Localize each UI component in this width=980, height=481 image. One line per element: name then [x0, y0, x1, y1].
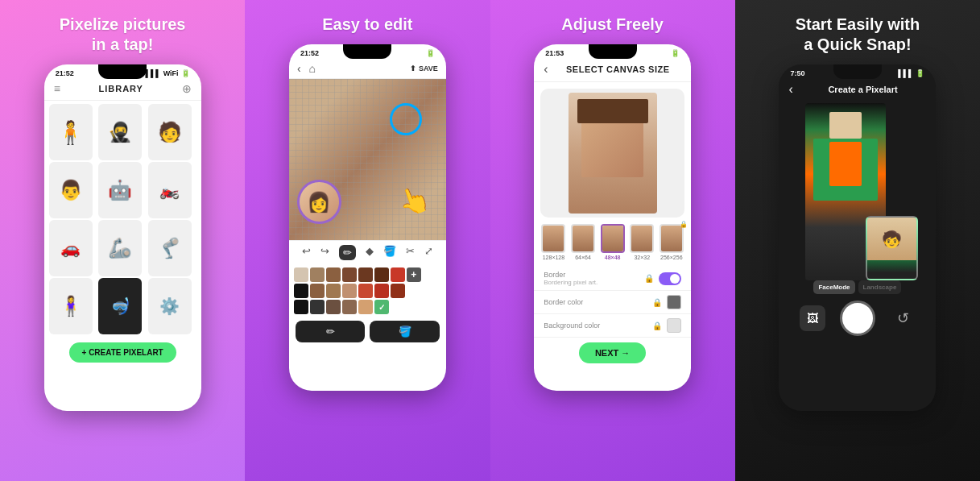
character-12: ⚙️ — [148, 278, 192, 334]
status-icons-2: 🔋 — [426, 49, 435, 57]
notch-3 — [589, 44, 637, 59]
border-color-label: Border color — [544, 298, 583, 306]
size-option-48[interactable]: 48×48 — [599, 224, 626, 260]
color-swatch[interactable] — [294, 267, 308, 282]
face-detail — [581, 117, 643, 177]
color-swatch[interactable] — [342, 300, 357, 314]
list-item[interactable]: 🧍‍♀️ — [49, 278, 93, 334]
color-swatch[interactable] — [374, 267, 389, 282]
color-swatch-selected[interactable] — [374, 300, 389, 314]
color-swatch[interactable] — [358, 300, 373, 314]
list-item[interactable]: 🧑 — [148, 104, 192, 160]
signal-icon-4: ▌▌▌ — [898, 69, 913, 77]
list-item[interactable]: 👨 — [49, 162, 93, 218]
color-swatch[interactable] — [310, 267, 325, 282]
character-10: 🧍‍♀️ — [49, 278, 93, 334]
next-button[interactable]: NEXT → — [579, 342, 646, 363]
panel-2-title: Easy to edit — [322, 15, 412, 35]
lasso-tool — [390, 103, 422, 135]
color-swatch[interactable] — [391, 267, 405, 282]
size-option-128[interactable]: 128×128 — [540, 224, 567, 260]
panel-4-title: Start Easily with a Quick Snap! — [796, 15, 920, 55]
size-option-32[interactable]: 32×32 — [629, 224, 655, 260]
character-8: 🦾 — [98, 220, 142, 276]
size-label-64: 64×64 — [575, 255, 591, 260]
panel-1-title: Pixelize pictures in a tap! — [60, 15, 186, 55]
more-icon[interactable]: ⊕ — [182, 82, 192, 95]
create-pixelart-button[interactable]: + CREATE PIXELART — [69, 342, 176, 363]
pencil-tool[interactable]: ✏ — [339, 245, 356, 260]
back-button-snap[interactable]: ‹ — [788, 82, 792, 97]
shutter-button[interactable] — [840, 301, 875, 336]
battery-icon: 🔋 — [181, 69, 190, 77]
photo-reference: 🧒 — [866, 216, 918, 280]
pencil-bottom-tool[interactable]: ✏ — [296, 321, 366, 342]
list-item[interactable]: 🥷 — [98, 104, 142, 160]
color-swatch[interactable] — [310, 284, 325, 298]
list-item[interactable]: 🚗 — [49, 220, 93, 276]
palette-row-2 — [294, 284, 441, 298]
list-item[interactable]: 🧍 — [49, 104, 93, 160]
save-button[interactable]: ⬆ SAVE — [410, 64, 438, 73]
face-mode-tab[interactable]: FaceMode — [813, 280, 854, 294]
notch-2 — [343, 44, 391, 59]
canvas-preview-area — [540, 89, 684, 218]
phone-screen-2: 21:52 🔋 ‹ ⌂ ⬆ SAVE 👩 — [289, 44, 446, 391]
bg-color-label: Background color — [544, 321, 600, 330]
list-item[interactable]: 🦾 — [98, 220, 142, 276]
color-swatch[interactable] — [391, 284, 405, 298]
char-shirt — [829, 142, 862, 186]
add-color-button[interactable]: + — [407, 267, 421, 282]
battery-icon-3: 🔋 — [671, 49, 680, 57]
home-icon[interactable]: ⌂ — [309, 62, 316, 75]
bg-color-swatch[interactable] — [667, 318, 681, 333]
list-item[interactable]: ⚙️ — [148, 278, 192, 334]
size-thumb-32 — [630, 224, 654, 253]
settings-section: Border Bordering pixel art. 🔒 Border col… — [534, 267, 691, 338]
eyedropper-tool[interactable]: ✂ — [406, 245, 415, 260]
character-1: 🧍 — [49, 104, 93, 160]
fill-tool[interactable]: 🪣 — [383, 245, 396, 260]
color-swatch[interactable] — [294, 300, 308, 314]
select-tool[interactable]: ⤢ — [424, 245, 433, 260]
size-thumb-128 — [541, 224, 565, 253]
eraser-tool[interactable]: ◆ — [366, 245, 374, 260]
border-color-swatch[interactable] — [667, 295, 681, 309]
size-option-256[interactable]: 🔒 256×256 — [659, 224, 685, 260]
color-swatch[interactable] — [342, 284, 357, 298]
back-button-canvas[interactable]: ‹ — [544, 62, 548, 77]
fill-bottom-tool[interactable]: 🪣 — [370, 321, 440, 342]
color-swatch[interactable] — [342, 267, 357, 282]
library-grid: 🧍 🥷 🧑 👨 🤖 🏍️ — [44, 101, 201, 338]
border-toggle[interactable] — [659, 272, 681, 285]
color-swatch[interactable] — [358, 284, 373, 298]
pixel-canvas[interactable]: 👩 👆 — [289, 79, 446, 240]
color-swatch[interactable] — [294, 284, 308, 298]
menu-icon[interactable]: ≡ — [54, 82, 60, 95]
list-item[interactable]: 🏍️ — [148, 162, 192, 218]
undo-button[interactable]: ↩ — [302, 245, 311, 260]
gallery-icon[interactable]: 🖼 — [800, 305, 825, 331]
list-item[interactable]: 🦿 — [148, 220, 192, 276]
size-label-32: 32×32 — [634, 255, 650, 260]
snap-screen-title: Create a Pixelart — [800, 85, 927, 94]
character-6: 🏍️ — [148, 162, 192, 218]
bottom-tools: ✏ 🪣 — [289, 317, 446, 346]
rotate-camera-icon[interactable]: ↺ — [890, 305, 916, 331]
color-swatch[interactable] — [326, 284, 341, 298]
color-swatch[interactable] — [358, 267, 373, 282]
redo-button[interactable]: ↪ — [320, 245, 329, 260]
color-swatch[interactable] — [374, 284, 389, 298]
list-item[interactable]: 🤿 — [98, 278, 142, 334]
landscape-mode-tab[interactable]: Landscape — [858, 280, 902, 294]
status-time-2: 21:52 — [300, 49, 319, 57]
back-button-edit[interactable]: ‹ — [297, 62, 301, 75]
panel-edit: Easy to edit 21:52 🔋 ‹ ⌂ ⬆ SAVE — [245, 0, 490, 481]
character-11: 🤿 — [98, 278, 142, 334]
color-swatch[interactable] — [326, 267, 341, 282]
size-option-64[interactable]: 64×64 — [570, 224, 597, 260]
list-item[interactable]: 🤖 — [98, 162, 142, 218]
color-swatch[interactable] — [326, 300, 341, 314]
color-swatch[interactable] — [310, 300, 325, 314]
border-lock-icon: 🔒 — [644, 274, 654, 283]
